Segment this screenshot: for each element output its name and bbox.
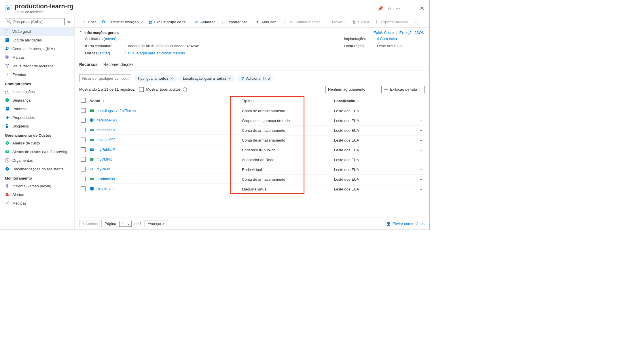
column-header-location[interactable]: Localização↑↓ (332, 96, 413, 106)
deployments-link[interactable]: 4 Com êxito (377, 37, 397, 41)
filter-pill-type[interactable]: Tipo igual a todos✕ (134, 75, 177, 82)
sidebar-item-locks[interactable]: Bloqueios (0, 122, 74, 130)
sidebar-item-budget[interactable]: Orçamentos (0, 156, 74, 165)
sidebar-item-costal[interactable]: $Alertas de custos (versão prévia) (0, 147, 74, 156)
table-row[interactable]: simple-vmMáquina virtualLeste dos EUA⋯ (79, 184, 425, 194)
refresh-button[interactable]: ⟳Atualizar (192, 18, 217, 25)
export-template-button[interactable]: ⭳Exportar modelo (372, 18, 410, 25)
sidebar-item-metrics[interactable]: Métricas (0, 199, 74, 207)
row-checkbox[interactable] (81, 128, 86, 132)
table-row[interactable]: prodacct001Conta de armazenamentoLeste d… (79, 175, 425, 184)
grouping-dropdown[interactable]: Nenhum agrupamento⌄ (325, 86, 377, 93)
resource-link[interactable]: myPublicIP (96, 147, 115, 152)
resource-link[interactable]: myVMNic (96, 157, 113, 161)
row-more-button[interactable]: ⋯ (413, 175, 425, 184)
more-icon[interactable]: ⋯ (395, 6, 400, 11)
sidebar-item-activity[interactable]: Log de atividades (0, 36, 74, 44)
table-row[interactable]: myVNetRede virtualLeste dos EUA⋯ (79, 165, 425, 175)
edit-tags-link[interactable]: editar (100, 51, 109, 55)
row-more-button[interactable]: ⋯ (413, 184, 425, 194)
next-page-button[interactable]: Avançar > (145, 220, 168, 227)
row-more-button[interactable]: ⋯ (413, 116, 425, 126)
row-more-button[interactable]: ⋯ (413, 136, 425, 145)
feedback-link[interactable]: 👤Enviar comentários (386, 222, 425, 226)
resource-link[interactable]: prodacct001 (96, 177, 117, 181)
show-cost-link[interactable]: Exibir Custo (374, 31, 394, 35)
remove-filter-icon[interactable]: ✕ (228, 77, 231, 81)
open-query-button[interactable]: ✦Abrir con... (253, 18, 282, 25)
row-more-button[interactable]: ⋯ (413, 106, 425, 116)
row-more-button[interactable]: ⋯ (413, 126, 425, 136)
row-checkbox[interactable] (81, 118, 86, 123)
view-dropdown[interactable]: ≡≡Exibição de lista⌄ (381, 86, 425, 93)
delete-rg-button[interactable]: 🗑Excluir grupo de re... (146, 18, 191, 25)
sidebar-item-deploy[interactable]: Implantações (0, 87, 74, 96)
resource-link[interactable]: simple-vm (96, 186, 113, 191)
sidebar-item-alerts[interactable]: Alertas (0, 190, 74, 199)
table-row[interactable]: default-NSGGrupo de segurança de redeLes… (79, 116, 425, 126)
sidebar-item-insights[interactable]: Insights (versão prévia) (0, 182, 74, 190)
row-checkbox[interactable] (81, 186, 86, 191)
sidebar-item-tags[interactable]: Marcas (0, 53, 74, 62)
delete-button[interactable]: 🗑Excluir (349, 18, 372, 25)
json-view-link[interactable]: Exibição JSON (399, 31, 425, 35)
row-more-button[interactable]: ⋯ (413, 145, 425, 155)
row-more-button[interactable]: ⋯ (413, 165, 425, 175)
table-row[interactable]: devacct001Conta de armazenamentoLeste do… (79, 126, 425, 136)
select-all-checkbox[interactable] (81, 98, 86, 103)
tab-resources[interactable]: Recursos (79, 60, 98, 70)
resource-link[interactable]: default-NSG (96, 118, 117, 122)
sidebar-item-policy[interactable]: Políticas (0, 104, 74, 113)
row-more-button[interactable]: ⋯ (413, 155, 425, 165)
filter-pill-location[interactable]: Localização igual a todas✕ (179, 75, 234, 82)
toolbar-overflow-button[interactable]: ⋯ (411, 19, 420, 25)
collapse-sidebar-icon[interactable]: ≪ (66, 19, 71, 24)
resource-link[interactable]: bootdiagstzv4fmlf5oxne (96, 108, 136, 113)
add-tags-link[interactable]: Clique aqui para adicionar marcas (128, 51, 185, 55)
table-row[interactable]: myPublicIPEndereço IP públicoLeste dos E… (79, 145, 425, 155)
page-number-dropdown[interactable]: 1⌄ (119, 221, 132, 227)
pin-icon[interactable]: 📌 (378, 6, 383, 11)
row-checkbox[interactable] (81, 138, 86, 142)
resource-link[interactable]: myVNet (96, 167, 110, 171)
blade-header: production-learn-rg Grupo de recursos 📌 … (0, 0, 429, 16)
sidebar-item-props[interactable]: Propriedades (0, 113, 74, 122)
create-button[interactable]: ＋Criar (79, 18, 98, 26)
sidebar-item-security[interactable]: Segurança (0, 96, 74, 104)
resource-link[interactable]: devacct002 (96, 138, 116, 142)
export-csv-button[interactable]: ⭳Exportar par... (218, 18, 252, 25)
row-checkbox[interactable] (81, 108, 86, 113)
row-checkbox[interactable] (81, 167, 86, 171)
table-row[interactable]: myVMNicAdaptador de RedeLeste dos EUA⋯ (79, 155, 425, 165)
show-hidden-checkbox[interactable] (139, 87, 144, 92)
column-header-name[interactable]: Nome↑↓ (88, 96, 240, 106)
column-header-type[interactable]: Tipo↑↓ (240, 96, 332, 106)
table-row[interactable]: devacct002Conta de armazenamentoLeste do… (79, 136, 425, 145)
filter-input[interactable] (79, 75, 131, 82)
sidebar-item-resviz[interactable]: Visualizador de recursos (0, 62, 74, 70)
move-subscription-link[interactable]: mover (105, 37, 115, 41)
row-checkbox[interactable] (81, 177, 86, 181)
resource-link[interactable]: devacct001 (96, 128, 116, 132)
sidebar-item-events[interactable]: Eventos (0, 70, 74, 79)
sidebar-item-iam[interactable]: Controle de acesso (IAM) (0, 44, 74, 53)
favorite-icon[interactable]: ☆ (387, 6, 391, 11)
sidebar-item-costan[interactable]: $Análise de custo (0, 139, 74, 147)
manage-view-button[interactable]: ⚙Gerenciar exibição⌄ (99, 18, 145, 25)
close-icon[interactable]: ✕ (420, 5, 425, 12)
add-filter-button[interactable]: ⧩Adicionar filtro (237, 75, 273, 82)
sidebar-search-input[interactable]: 🔍 Pesquisar (Ctrl+/) (5, 18, 65, 25)
info-icon[interactable]: i (183, 87, 187, 92)
tab-recommendations[interactable]: Recomendações (103, 60, 134, 70)
chevron-down-icon: ⌄ (344, 20, 346, 24)
assign-tags-button[interactable]: 🏷Atribuir marcas (287, 18, 323, 25)
remove-filter-icon[interactable]: ✕ (170, 77, 173, 81)
move-button[interactable]: →Mover⌄ (323, 18, 349, 25)
essentials-header[interactable]: ⌃ Informações gerais Exibir Custo | Exib… (75, 28, 429, 37)
sidebar-item-advisor[interactable]: Recomendações do assistente (0, 165, 74, 173)
row-checkbox[interactable] (81, 147, 86, 152)
row-checkbox[interactable] (81, 157, 86, 162)
sidebar-item-overview[interactable]: Visão geral (0, 27, 74, 36)
table-row[interactable]: bootdiagstzv4fmlf5oxneConta de armazenam… (79, 106, 425, 116)
prev-page-button[interactable]: < Anterior (79, 220, 102, 227)
